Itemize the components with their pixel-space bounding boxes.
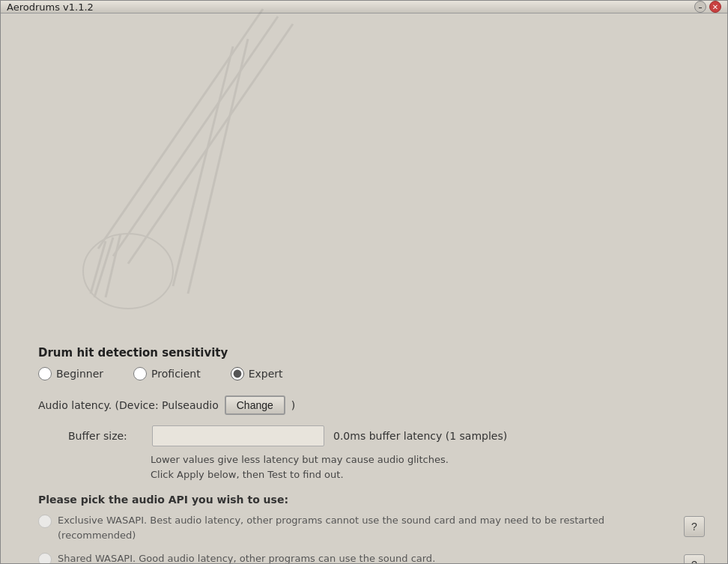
- svg-line-6: [91, 241, 106, 294]
- svg-line-0: [113, 16, 278, 256]
- buffer-info: 0.0ms buffer latency (1 samples): [333, 430, 507, 442]
- content-area: Drum hit detection sensitivity Beginner …: [1, 13, 727, 564]
- buffer-input[interactable]: [152, 425, 324, 446]
- main-window: Aerodrums v1.1.2 – ✕ Drum hit d: [0, 0, 728, 564]
- shared-wasapi-option: Shared WASAPI. Good audio latency, other…: [38, 551, 705, 564]
- hint-text: Lower values give less latency but may c…: [151, 452, 705, 482]
- sensitivity-option-expert[interactable]: Expert: [231, 367, 283, 380]
- hint-line1: Lower values give less latency but may c…: [151, 452, 705, 467]
- shared-wasapi-label: Shared WASAPI. Good audio latency, other…: [58, 551, 678, 564]
- exclusive-wasapi-option: Exclusive WASAPI. Best audio latency, ot…: [38, 513, 705, 542]
- close-paren: ): [291, 399, 295, 411]
- sensitivity-option-proficient[interactable]: Proficient: [133, 367, 201, 380]
- sensitivity-title: Drum hit detection sensitivity: [38, 346, 705, 360]
- svg-line-4: [188, 39, 248, 294]
- exclusive-wasapi-radio[interactable]: [38, 515, 52, 528]
- sensitivity-option-beginner[interactable]: Beginner: [38, 367, 103, 380]
- proficient-label: Proficient: [151, 368, 201, 380]
- titlebar: Aerodrums v1.1.2 – ✕: [1, 1, 727, 13]
- hint-line2: Click Apply below, then Test to find out…: [151, 467, 705, 482]
- proficient-radio[interactable]: [133, 367, 147, 380]
- buffer-label: Buffer size:: [68, 430, 143, 442]
- beginner-radio[interactable]: [38, 367, 52, 380]
- exclusive-wasapi-label: Exclusive WASAPI. Best audio latency, ot…: [58, 513, 678, 542]
- svg-line-8: [106, 234, 121, 297]
- titlebar-buttons: – ✕: [694, 1, 721, 13]
- svg-line-7: [94, 237, 113, 297]
- svg-line-1: [128, 24, 293, 264]
- audio-latency-row: Audio latency. (Device: Pulseaudio Chang…: [38, 395, 705, 415]
- expert-radio[interactable]: [231, 367, 244, 380]
- shared-wasapi-help-button[interactable]: ?: [684, 554, 705, 564]
- buffer-row: Buffer size: 0.0ms buffer latency (1 sam…: [68, 425, 705, 446]
- api-title: Please pick the audio API you wish to us…: [38, 494, 705, 506]
- beginner-label: Beginner: [56, 368, 103, 380]
- watermark-icon: [53, 1, 308, 316]
- change-button[interactable]: Change: [225, 395, 285, 415]
- expert-label: Expert: [249, 368, 283, 380]
- audio-latency-label: Audio latency. (Device: Pulseaudio: [38, 399, 219, 411]
- svg-line-2: [98, 9, 263, 249]
- exclusive-wasapi-help-button[interactable]: ?: [684, 516, 705, 537]
- svg-line-3: [173, 46, 233, 286]
- svg-point-5: [83, 234, 173, 309]
- shared-wasapi-radio[interactable]: [38, 553, 52, 564]
- minimize-button[interactable]: –: [694, 1, 706, 13]
- window-title: Aerodrums v1.1.2: [7, 1, 694, 13]
- sensitivity-radio-group: Beginner Proficient Expert: [38, 367, 705, 380]
- close-button[interactable]: ✕: [709, 1, 721, 13]
